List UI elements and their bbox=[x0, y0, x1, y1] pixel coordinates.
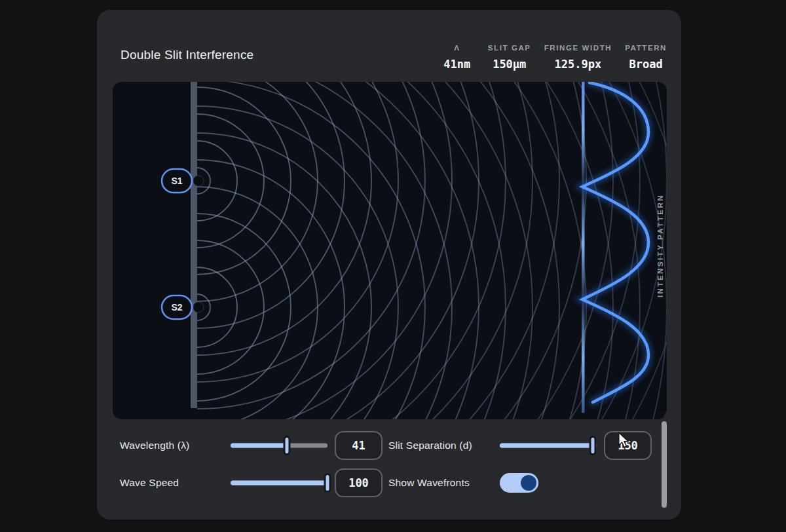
simulation-canvas[interactable]: S1 S2 INTENSITY PATTERN bbox=[113, 82, 667, 419]
stat-slit-gap: SLIT GAP 150μm bbox=[488, 44, 531, 71]
source-s1-label: S1 bbox=[171, 176, 182, 186]
detection-screen bbox=[582, 82, 585, 413]
show-wavefronts-toggle-knob[interactable] bbox=[521, 475, 536, 491]
wavelength-slider-fill bbox=[231, 444, 287, 448]
wavelength-value[interactable]: 41 bbox=[335, 431, 383, 460]
wavelength-slider[interactable] bbox=[231, 436, 328, 455]
show-wavefronts-label: Show Wavefronts bbox=[388, 477, 470, 489]
wave-speed-slider-fill bbox=[231, 481, 328, 485]
stat-pattern-label: PATTERN bbox=[625, 44, 667, 52]
slit-1-aperture bbox=[193, 176, 204, 186]
intensity-curve bbox=[582, 83, 648, 402]
controls-scrollbar[interactable] bbox=[662, 421, 667, 508]
stat-wavelength: Λ 41nm bbox=[440, 44, 475, 71]
stat-fringe-width-value: 125.9px bbox=[555, 58, 602, 71]
wave-speed-value[interactable]: 100 bbox=[335, 468, 383, 497]
source-s1[interactable]: S1 bbox=[162, 169, 192, 193]
app-card: Double Slit Interference Λ 41nm SLIT GAP… bbox=[97, 10, 681, 520]
stat-slit-gap-label: SLIT GAP bbox=[488, 44, 531, 52]
stat-slit-gap-value: 150μm bbox=[493, 58, 526, 71]
source-s2-label: S2 bbox=[171, 302, 182, 313]
stat-wavelength-value: 41nm bbox=[443, 58, 470, 71]
stat-pattern-value: Broad bbox=[629, 58, 663, 71]
page-title: Double Slit Interference bbox=[121, 48, 253, 62]
intensity-pattern-label: INTENSITY PATTERN bbox=[656, 194, 664, 297]
slit-barrier bbox=[191, 82, 197, 408]
slit-separation-label: Slit Separation (d) bbox=[388, 440, 472, 451]
slit-separation-slider[interactable] bbox=[500, 436, 597, 455]
stat-wavelength-label: Λ bbox=[454, 44, 460, 52]
stat-fringe-width: FRINGE WIDTH 125.9px bbox=[544, 44, 612, 71]
source-s2[interactable]: S2 bbox=[162, 295, 192, 319]
stats-readout: Λ 41nm SLIT GAP 150μm FRINGE WIDTH 125.9… bbox=[440, 44, 667, 71]
wavelength-label: Wavelength (λ) bbox=[120, 440, 189, 451]
mouse-cursor bbox=[618, 432, 629, 449]
stat-fringe-width-label: FRINGE WIDTH bbox=[544, 44, 612, 52]
slit-2-aperture bbox=[193, 302, 204, 313]
show-wavefronts-toggle[interactable] bbox=[500, 473, 538, 493]
wave-speed-label: Wave Speed bbox=[120, 477, 179, 489]
stat-pattern: PATTERN Broad bbox=[625, 44, 667, 71]
slit-separation-slider-fill bbox=[500, 444, 593, 448]
wavelength-slider-thumb[interactable] bbox=[283, 436, 290, 455]
slit-separation-slider-thumb[interactable] bbox=[590, 436, 597, 455]
wave-speed-slider-thumb[interactable] bbox=[324, 473, 331, 493]
wave-speed-slider[interactable] bbox=[231, 473, 328, 493]
